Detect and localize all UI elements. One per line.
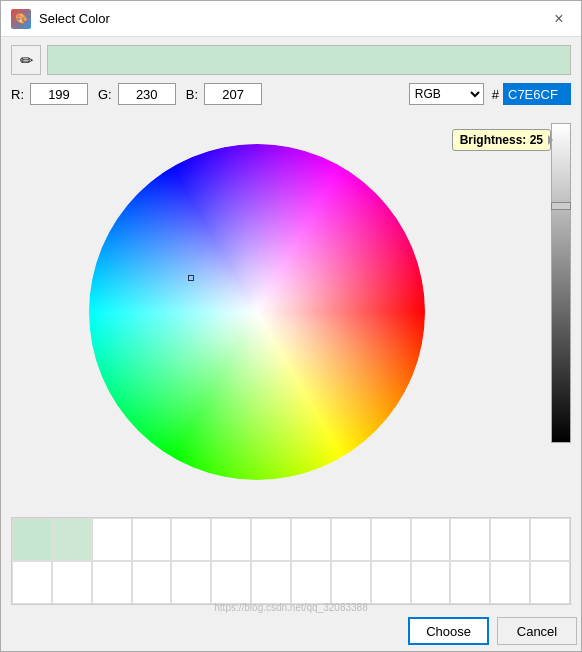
- swatch-cell[interactable]: [450, 518, 490, 561]
- swatch-cell[interactable]: [530, 518, 570, 561]
- eyedropper-button[interactable]: ✏: [11, 45, 41, 75]
- swatches-area: [11, 517, 571, 605]
- swatch-cell[interactable]: [490, 518, 530, 561]
- swatch-cell[interactable]: [132, 518, 172, 561]
- choose-button[interactable]: Choose: [408, 617, 489, 645]
- brightness-slider[interactable]: [551, 123, 571, 443]
- color-mode-select[interactable]: RGB HSV HSL CMYK: [409, 83, 484, 105]
- color-wheel[interactable]: [87, 142, 427, 482]
- brightness-slider-container: [551, 123, 571, 443]
- swatches-grid: [11, 517, 571, 605]
- swatch-cell[interactable]: [52, 518, 92, 561]
- swatch-cell[interactable]: [12, 561, 52, 604]
- swatch-cell[interactable]: [251, 518, 291, 561]
- title-bar-left: 🎨 Select Color: [11, 9, 110, 29]
- swatch-cell[interactable]: [211, 518, 251, 561]
- swatch-cell[interactable]: [12, 518, 52, 561]
- app-icon: 🎨: [11, 9, 31, 29]
- color-preview-box: [47, 45, 571, 75]
- hex-input[interactable]: [503, 83, 571, 105]
- color-area: Brightness: 25 ▶: [11, 113, 571, 511]
- r-label: R:: [11, 87, 24, 102]
- wheel-container[interactable]: [11, 113, 503, 511]
- swatch-cell[interactable]: [291, 561, 331, 604]
- swatch-cell[interactable]: [211, 561, 251, 604]
- dialog-body: ✏ R: G: B: RGB HSV HSL CMYK #: [1, 37, 581, 613]
- rgb-row: R: G: B: RGB HSV HSL CMYK #: [11, 81, 571, 107]
- swatch-cell[interactable]: [411, 518, 451, 561]
- swatch-cell[interactable]: [171, 518, 211, 561]
- swatch-cell[interactable]: [530, 561, 570, 604]
- dialog-title: Select Color: [39, 11, 110, 26]
- footer-row: Choose Cancel: [1, 613, 581, 651]
- b-input[interactable]: [204, 83, 262, 105]
- swatch-cell[interactable]: [251, 561, 291, 604]
- brightness-area: Brightness: 25 ▶: [511, 113, 571, 511]
- swatch-cell[interactable]: [171, 561, 211, 604]
- hash-label: #: [492, 87, 499, 102]
- swatch-cell[interactable]: [52, 561, 92, 604]
- swatch-cell[interactable]: [411, 561, 451, 604]
- swatch-cell[interactable]: [450, 561, 490, 604]
- swatch-cell[interactable]: [371, 561, 411, 604]
- swatch-cell[interactable]: [92, 561, 132, 604]
- brightness-tooltip: Brightness: 25: [452, 129, 551, 151]
- close-button[interactable]: ×: [547, 7, 571, 31]
- swatch-cell[interactable]: [132, 561, 172, 604]
- color-preview-row: ✏: [11, 45, 571, 75]
- b-label: B:: [186, 87, 198, 102]
- select-color-dialog: 🎨 Select Color × ✏ R: G: B: RGB HSV HSL …: [0, 0, 582, 652]
- cancel-button[interactable]: Cancel: [497, 617, 577, 645]
- swatch-cell[interactable]: [490, 561, 530, 604]
- r-input[interactable]: [30, 83, 88, 105]
- swatch-cell[interactable]: [331, 518, 371, 561]
- swatch-cell[interactable]: [371, 518, 411, 561]
- g-label: G:: [98, 87, 112, 102]
- title-bar: 🎨 Select Color ×: [1, 1, 581, 37]
- swatch-cell[interactable]: [331, 561, 371, 604]
- swatch-cell[interactable]: [92, 518, 132, 561]
- g-input[interactable]: [118, 83, 176, 105]
- swatch-cell[interactable]: [291, 518, 331, 561]
